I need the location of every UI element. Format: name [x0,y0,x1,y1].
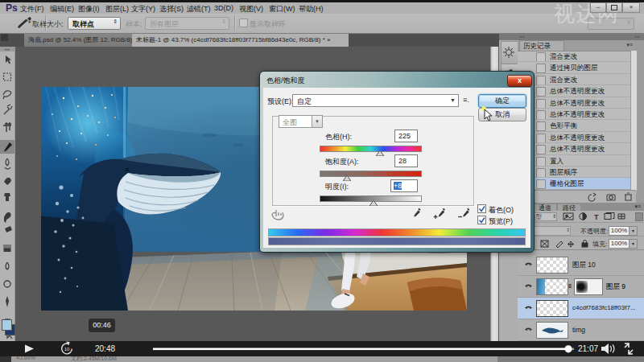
svg-text:10: 10 [64,347,70,352]
svg-text:T: T [594,213,599,221]
svg-text:20:48: 20:48 [95,344,115,353]
svg-text:««: «« [5,47,10,51]
svg-text:21:07: 21:07 [578,344,598,353]
